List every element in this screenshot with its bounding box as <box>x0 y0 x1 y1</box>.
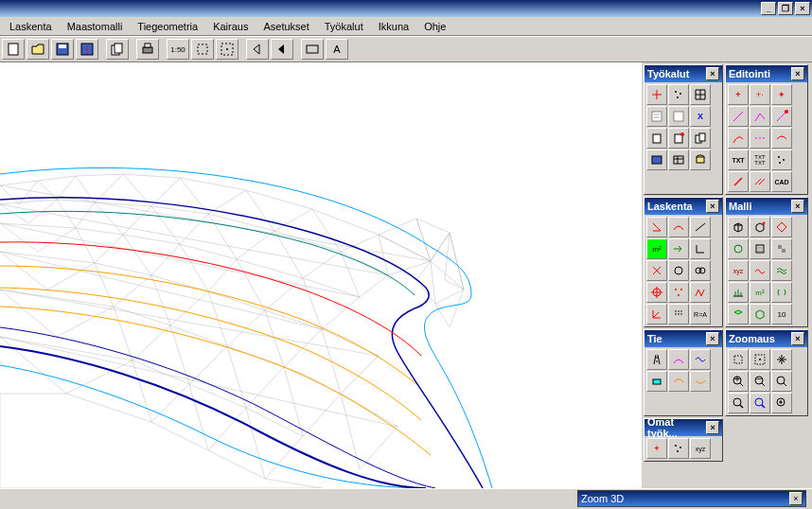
tie-road[interactable] <box>646 349 667 370</box>
edit-txt2[interactable]: TXTTXT <box>750 149 770 170</box>
calc-angle[interactable] <box>646 217 667 237</box>
model-cube2[interactable] <box>750 217 770 237</box>
menu-maastomalli[interactable]: Maastomalli <box>60 19 131 34</box>
calc-line[interactable] <box>690 217 711 237</box>
tb-save-warn[interactable]: ! <box>76 39 98 60</box>
tb-text[interactable]: A <box>326 39 348 60</box>
tb-new[interactable] <box>2 39 25 60</box>
edit-scatter[interactable] <box>771 149 792 170</box>
panel-close-icon[interactable]: × <box>791 200 804 213</box>
model-wave1[interactable] <box>750 260 770 281</box>
tool-scatter[interactable] <box>668 84 689 105</box>
panel-close-icon[interactable]: × <box>706 200 719 213</box>
calc-ra[interactable]: R=A <box>690 304 711 325</box>
edit-slash[interactable] <box>728 171 749 192</box>
calc-target[interactable] <box>646 282 667 303</box>
omat-xyz[interactable]: xyz <box>690 438 711 459</box>
model-grid[interactable] <box>728 282 749 303</box>
menu-tiegeometria[interactable]: Tiegeometria <box>130 19 205 34</box>
menu-kairaus[interactable]: Kairaus <box>205 19 256 34</box>
model-ten[interactable]: 10 <box>771 304 792 325</box>
menu-ohje[interactable]: Ohje <box>416 19 453 34</box>
tool-notes1[interactable] <box>646 106 667 127</box>
model-hatch[interactable] <box>750 238 770 259</box>
tb-open[interactable] <box>26 39 49 60</box>
zoom-pan[interactable] <box>771 349 792 370</box>
edit-slashes[interactable] <box>750 171 770 192</box>
tool-clip2[interactable] <box>668 128 689 149</box>
model-rot[interactable] <box>771 282 792 303</box>
tool-table1[interactable] <box>646 149 667 170</box>
tb-multidoc[interactable] <box>106 39 129 60</box>
edit-curve1[interactable] <box>728 128 749 149</box>
maximize-button[interactable]: ❐ <box>778 2 793 15</box>
calc-m2[interactable]: m² <box>646 238 667 259</box>
zoom-mag2[interactable] <box>750 393 770 413</box>
zoom-minus[interactable]: − <box>750 371 770 392</box>
calc-dots[interactable] <box>668 282 689 303</box>
tb-zoom-fit[interactable] <box>216 39 238 60</box>
calc-perp[interactable] <box>690 238 711 259</box>
calc-curve[interactable] <box>668 217 689 237</box>
omat-add[interactable]: + <box>646 438 667 459</box>
edit-dashes[interactable] <box>750 128 770 149</box>
menu-ikkuna[interactable]: Ikkuna <box>371 19 416 34</box>
model-checker[interactable] <box>771 238 792 259</box>
menu-asetukset[interactable]: Asetukset <box>256 19 316 34</box>
tb-print[interactable] <box>136 39 159 60</box>
tb-zoom-extents[interactable] <box>191 39 214 60</box>
calc-circles[interactable] <box>690 260 711 281</box>
edit-line3[interactable] <box>771 106 792 127</box>
tb-back-2[interactable] <box>271 39 293 60</box>
panel-close-icon[interactable]: × <box>706 332 719 345</box>
tb-rect[interactable] <box>301 39 324 60</box>
zoom-mag3[interactable] <box>771 393 792 413</box>
omat-scatter[interactable] <box>668 438 689 459</box>
tie-sect2[interactable] <box>668 371 689 392</box>
model-xyz[interactable]: xyz <box>728 260 749 281</box>
model-m3[interactable]: m³ <box>750 282 770 303</box>
tool-clip3[interactable] <box>690 128 711 149</box>
calc-axes[interactable] <box>646 304 667 325</box>
close-button[interactable]: × <box>795 2 810 15</box>
tool-notes2[interactable] <box>668 106 689 127</box>
edit-add-pt[interactable]: +· <box>750 84 770 105</box>
menu-tyokalut[interactable]: Työkalut <box>317 19 371 34</box>
tb-save[interactable] <box>51 39 74 60</box>
calc-arrow[interactable] <box>668 238 689 259</box>
edit-line1[interactable] <box>728 106 749 127</box>
tool-clip1[interactable] <box>646 128 667 149</box>
tb-scale[interactable]: 1:50 <box>167 39 189 60</box>
tie-sect3[interactable] <box>690 371 711 392</box>
calc-circle[interactable] <box>668 260 689 281</box>
tool-grid[interactable] <box>690 84 711 105</box>
model-wave2[interactable] <box>771 260 792 281</box>
edit-txt[interactable]: TXT <box>728 149 749 170</box>
panel-close-icon[interactable]: × <box>706 421 719 434</box>
panel-close-icon[interactable]: × <box>791 67 804 80</box>
edit-line2[interactable] <box>750 106 770 127</box>
zoom-mag1[interactable] <box>728 393 749 413</box>
calc-zigzag[interactable] <box>690 282 711 303</box>
panel-close-icon[interactable]: × <box>706 67 719 80</box>
tool-table2[interactable] <box>668 149 689 170</box>
tool-cylinder[interactable] <box>690 149 711 170</box>
model-cube4[interactable] <box>750 304 770 325</box>
status-close-icon[interactable]: × <box>789 492 803 505</box>
zoom-window[interactable] <box>728 349 749 370</box>
minimize-button[interactable]: _ <box>761 2 776 15</box>
tie-curve[interactable] <box>668 349 689 370</box>
edit-add-star[interactable]: ✦ <box>771 84 792 105</box>
panel-close-icon[interactable]: × <box>791 332 804 345</box>
model-cube1[interactable] <box>728 217 749 237</box>
model-cube3[interactable] <box>728 304 749 325</box>
calc-cross[interactable] <box>646 260 667 281</box>
zoom-extents[interactable] <box>750 349 770 370</box>
zoom-prev[interactable] <box>771 371 792 392</box>
model-diamond[interactable] <box>771 217 792 237</box>
menu-laskenta[interactable]: Laskenta <box>2 19 60 34</box>
edit-add[interactable]: + <box>728 84 749 105</box>
tie-wave[interactable] <box>690 349 711 370</box>
tb-back[interactable] <box>246 39 269 60</box>
tie-sect1[interactable] <box>646 371 667 392</box>
